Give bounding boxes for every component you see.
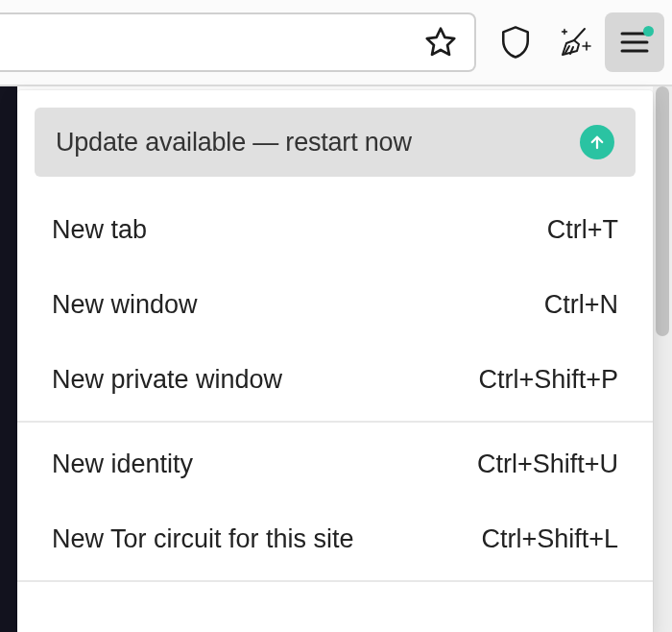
menu-item-label: New window: [52, 290, 198, 320]
menu-item-new-private-window[interactable]: New private window Ctrl+Shift+P: [17, 342, 653, 417]
svg-point-0: [586, 45, 587, 46]
broom-icon: [556, 23, 594, 61]
menu-item-shortcut: Ctrl+Shift+L: [481, 524, 618, 554]
url-bar[interactable]: [0, 12, 476, 72]
update-banner-text: Update available — restart now: [56, 128, 412, 158]
menu-item-shortcut: Ctrl+T: [547, 215, 618, 245]
app-menu: Update available — restart now New tab C…: [17, 90, 653, 632]
page-content-edge: [0, 86, 17, 632]
toolbar: [0, 0, 672, 86]
update-badge: [580, 125, 614, 159]
arrow-up-icon: [588, 134, 606, 151]
menu-item-label: New identity: [52, 450, 193, 479]
svg-point-1: [564, 32, 565, 33]
menu-item-new-tor-circuit[interactable]: New Tor circuit for this site Ctrl+Shift…: [17, 501, 653, 576]
menu-item-shortcut: Ctrl+N: [544, 290, 618, 320]
menu-item-shortcut: Ctrl+Shift+P: [478, 365, 618, 395]
menu-separator: [17, 421, 653, 423]
scrollbar[interactable]: [653, 86, 672, 632]
bookmark-button[interactable]: [419, 12, 463, 72]
menu-item-label: New private window: [52, 365, 282, 395]
broom-button[interactable]: [545, 12, 605, 72]
update-banner[interactable]: Update available — restart now: [35, 108, 636, 177]
app-menu-button[interactable]: [605, 12, 664, 72]
scrollbar-thumb[interactable]: [656, 86, 669, 336]
menu-item-shortcut: Ctrl+Shift+U: [477, 450, 618, 479]
menu-item-label: New tab: [52, 215, 147, 245]
menu-item-new-identity[interactable]: New identity Ctrl+Shift+U: [17, 426, 653, 501]
menu-item-label: New Tor circuit for this site: [52, 524, 354, 554]
update-indicator-dot: [643, 26, 654, 36]
star-icon: [423, 25, 458, 60]
menu-item-new-window[interactable]: New window Ctrl+N: [17, 267, 653, 342]
shield-button[interactable]: [486, 12, 545, 72]
shield-icon: [499, 24, 532, 61]
menu-item-new-tab[interactable]: New tab Ctrl+T: [17, 192, 653, 267]
menu-separator: [17, 580, 653, 582]
